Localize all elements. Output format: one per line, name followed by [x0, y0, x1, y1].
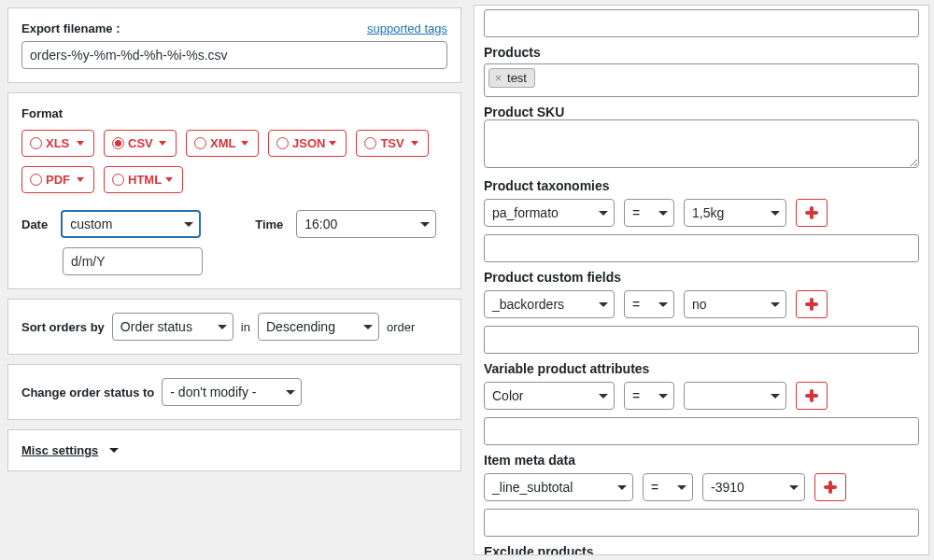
- taxonomy-value-select[interactable]: 1,5kg: [684, 199, 786, 227]
- export-filename-input[interactable]: [21, 41, 447, 69]
- chevron-down-icon: [363, 325, 373, 329]
- varattr-field-select[interactable]: Color: [484, 382, 615, 410]
- exclude-label: Exclude products: [484, 544, 919, 555]
- products-label: Products: [484, 45, 919, 60]
- sku-label: Product SKU: [484, 105, 919, 119]
- caret-down-icon: [159, 141, 166, 146]
- radio-icon: [112, 137, 124, 149]
- date-range-select[interactable]: custom: [61, 210, 201, 238]
- chevron-down-icon: [218, 325, 227, 329]
- chevron-down-icon: [599, 302, 608, 307]
- radio-icon: [30, 174, 42, 186]
- taxonomy-op-select[interactable]: =: [624, 199, 674, 227]
- time-label: Time: [255, 217, 283, 231]
- customfield-result-box[interactable]: [484, 326, 919, 354]
- radio-icon: [112, 174, 124, 186]
- chevron-down-icon: [658, 394, 668, 399]
- export-filename-section: Export filename : supported tags: [7, 7, 461, 83]
- products-tagbox[interactable]: × test: [484, 63, 919, 97]
- product-tag[interactable]: × test: [488, 68, 535, 88]
- chevron-down-icon: [599, 211, 608, 216]
- varattr-label: Variable product attributes: [484, 361, 919, 376]
- caret-down-icon: [109, 448, 119, 453]
- radio-icon: [364, 137, 376, 149]
- caret-down-icon: [411, 141, 418, 146]
- chevron-down-icon: [771, 302, 780, 307]
- misc-settings-toggle[interactable]: Misc settings: [21, 443, 119, 457]
- taxonomies-label: Product taxonomies: [484, 178, 919, 193]
- plus-icon: [805, 206, 818, 219]
- format-xls[interactable]: XLS: [21, 130, 94, 157]
- format-csv[interactable]: CSV: [104, 130, 177, 157]
- itemmeta-label: Item meta data: [484, 453, 919, 468]
- remove-tag-icon[interactable]: ×: [495, 72, 502, 85]
- itemmeta-op-select[interactable]: =: [643, 473, 693, 501]
- misc-settings-section: Misc settings: [7, 429, 461, 471]
- plus-icon: [805, 298, 818, 311]
- change-status-label: Change order status to: [21, 385, 154, 399]
- customfield-add-button[interactable]: [796, 290, 828, 318]
- radio-icon: [30, 137, 42, 149]
- sort-section: Sort orders by Order status in Descendin…: [7, 299, 461, 355]
- change-status-select[interactable]: - don't modify -: [162, 378, 302, 406]
- itemmeta-result-box[interactable]: [484, 509, 919, 537]
- sort-direction-select[interactable]: Descending: [258, 313, 379, 341]
- date-label: Date: [21, 217, 48, 231]
- sku-textarea[interactable]: [484, 119, 919, 168]
- chevron-down-icon: [677, 485, 686, 490]
- plus-icon: [805, 389, 818, 402]
- caret-down-icon: [77, 177, 84, 182]
- varattr-add-button[interactable]: [796, 382, 828, 410]
- chevron-down-icon: [599, 394, 608, 399]
- sort-trailing-text: order: [387, 320, 415, 334]
- taxonomy-add-button[interactable]: [796, 199, 828, 227]
- change-status-section: Change order status to - don't modify -: [7, 364, 461, 420]
- export-filename-label: Export filename :: [21, 21, 120, 35]
- top-empty-box[interactable]: [484, 9, 919, 37]
- itemmeta-value-select[interactable]: -3910: [702, 473, 805, 501]
- taxonomy-result-box[interactable]: [484, 234, 919, 262]
- radio-icon: [194, 137, 206, 149]
- sort-field-select[interactable]: Order status: [112, 313, 234, 341]
- format-xml[interactable]: XML: [186, 130, 259, 157]
- format-json[interactable]: JSON: [268, 130, 347, 157]
- chevron-down-icon: [658, 302, 668, 307]
- varattr-result-box[interactable]: [484, 417, 919, 445]
- format-section: Format XLS CSV XML JSON TSV PDF HTML Dat…: [7, 92, 461, 289]
- customfields-label: Product custom fields: [484, 270, 919, 285]
- date-format-input[interactable]: [63, 247, 203, 275]
- itemmeta-add-button[interactable]: [814, 473, 846, 501]
- radio-icon: [276, 137, 289, 149]
- chevron-down-icon: [617, 485, 627, 490]
- chevron-down-icon: [184, 222, 193, 227]
- varattr-value-select[interactable]: [684, 382, 786, 410]
- customfield-op-select[interactable]: =: [624, 290, 674, 318]
- plus-icon: [824, 481, 837, 494]
- time-select[interactable]: 16:00: [296, 210, 436, 238]
- caret-down-icon: [329, 141, 336, 146]
- chevron-down-icon: [771, 394, 780, 399]
- format-tsv[interactable]: TSV: [356, 130, 429, 157]
- caret-down-icon: [165, 177, 173, 182]
- customfield-value-select[interactable]: no: [684, 290, 786, 318]
- varattr-op-select[interactable]: =: [624, 382, 674, 410]
- itemmeta-field-select[interactable]: _line_subtotal: [484, 473, 633, 501]
- format-html[interactable]: HTML: [104, 166, 183, 193]
- format-pdf[interactable]: PDF: [21, 166, 94, 193]
- chevron-down-icon: [771, 211, 780, 216]
- caret-down-icon: [241, 141, 248, 146]
- format-label: Format: [21, 106, 63, 120]
- sort-in-text: in: [241, 320, 250, 334]
- customfield-field-select[interactable]: _backorders: [484, 290, 615, 318]
- sort-label: Sort orders by: [21, 320, 105, 334]
- caret-down-icon: [77, 141, 84, 146]
- chevron-down-icon: [658, 211, 668, 216]
- taxonomy-field-select[interactable]: pa_formato: [484, 199, 615, 227]
- chevron-down-icon: [286, 390, 295, 395]
- supported-tags-link[interactable]: supported tags: [367, 21, 447, 35]
- chevron-down-icon: [420, 222, 430, 227]
- chevron-down-icon: [789, 485, 799, 490]
